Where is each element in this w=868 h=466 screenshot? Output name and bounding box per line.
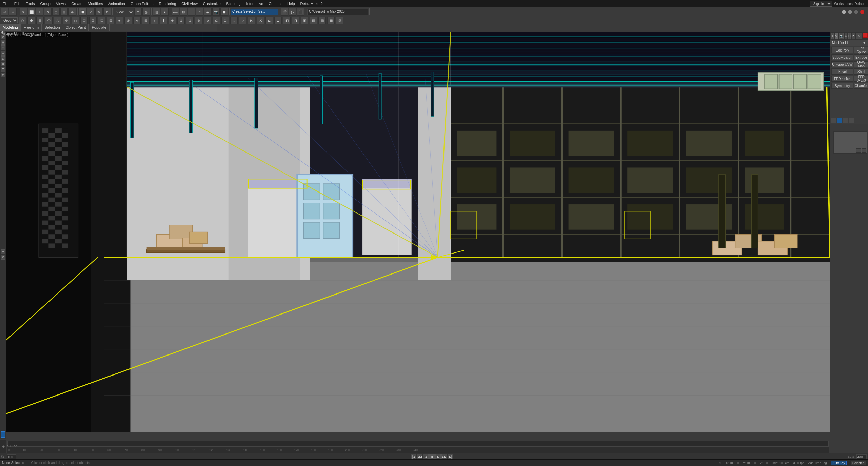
menu-create[interactable]: Create <box>68 1 85 6</box>
move-btn[interactable]: ✛ <box>36 8 43 16</box>
modifier-symmetry[interactable]: Symmetry <box>831 83 853 89</box>
menu-modifiers[interactable]: Modifiers <box>85 1 106 6</box>
modifier-panel-icon4[interactable] <box>849 118 854 123</box>
undo-btn[interactable]: ↩ <box>1 8 8 16</box>
vl-btn11[interactable]: ⊖ <box>1 255 5 260</box>
geo-btn17[interactable]: ⧫ <box>160 17 167 24</box>
modifier-edit-poly[interactable]: Edit Poly <box>831 47 853 53</box>
play-fwd-btn[interactable]: ▶ <box>435 454 441 460</box>
geo-btn31[interactable]: ◧ <box>283 17 291 24</box>
geo-btn5[interactable]: △ <box>54 17 61 24</box>
geo-btn13[interactable]: ⊛ <box>124 17 132 24</box>
placement-btn[interactable]: ⊕ <box>68 8 76 16</box>
geo-btn6[interactable]: ⊙ <box>63 17 70 24</box>
select-region-btn[interactable]: ⬜ <box>28 8 35 16</box>
geo-btn15[interactable]: ⊟ <box>142 17 150 24</box>
vl-btn10[interactable]: ⊕ <box>1 249 5 254</box>
sign-in-dropdown[interactable]: Sign In <box>810 1 832 7</box>
modifier-extrude[interactable]: Extrude <box>854 54 868 60</box>
modifier-panel-icon1[interactable] <box>831 118 836 123</box>
menu-debramaker2[interactable]: DebraMaker2 <box>298 1 326 6</box>
modeling-tab[interactable]: Modeling <box>0 24 21 31</box>
modifier-panel-icon3[interactable] <box>843 118 848 123</box>
freeform-tab[interactable]: Freeform <box>21 24 42 31</box>
play-fwd-fast-btn[interactable]: ▶▶ <box>441 454 447 460</box>
timeline-track[interactable] <box>7 441 829 447</box>
preview-btn2[interactable] <box>862 148 866 153</box>
menu-civil-view[interactable]: Civil View <box>179 1 200 6</box>
geo-btn12[interactable]: ◈ <box>116 17 123 24</box>
geo-btn37[interactable]: ▧ <box>336 17 343 24</box>
more-tab[interactable]: ... <box>110 24 118 31</box>
modifier-unwrap-uvw[interactable]: Unwrap UVW <box>831 61 853 67</box>
modifier-panel-icon2[interactable] <box>837 118 842 123</box>
modifier-uvw-map[interactable]: UVW Map <box>854 61 868 67</box>
redo-btn[interactable]: ↪ <box>9 8 17 16</box>
menu-rendering[interactable]: Rendering <box>156 1 179 6</box>
keyframe-next-btn[interactable]: ▶| <box>448 454 453 460</box>
spinner-snap-btn[interactable]: ⚙ <box>103 8 111 16</box>
geo-btn28[interactable]: ⋉ <box>257 17 264 24</box>
geo-btn26[interactable]: ⊃ <box>239 17 246 24</box>
layer-btn[interactable]: ▦ <box>153 8 160 16</box>
snap-btn[interactable]: ⊕ <box>2 445 5 448</box>
geo-btn25[interactable]: ⊂ <box>230 17 238 24</box>
align-view-btn[interactable]: 🔲 <box>220 8 228 16</box>
modifier-ffd-3x3[interactable]: FFD 3x3x3 <box>854 76 868 82</box>
viewport[interactable]: [+][Corner.003][Standard][Edged Faces] <box>6 32 830 432</box>
vl-btn8[interactable]: ☰ <box>1 67 5 72</box>
geo-btn14[interactable]: ≋ <box>133 17 141 24</box>
modifier-subdivision[interactable]: Subdividision <box>831 54 853 60</box>
add-time-tag[interactable]: Add Time Tag <box>808 461 827 465</box>
geo-btn36[interactable]: ▦ <box>327 17 335 24</box>
mirror-btn[interactable]: ⟺ <box>172 8 179 16</box>
pivot-btn[interactable]: ⊙ <box>134 8 142 16</box>
modifier-chamfer[interactable]: Chamfer <box>854 83 868 89</box>
geo-btn20[interactable]: ⊘ <box>186 17 194 24</box>
selection-tab[interactable]: Selection <box>42 24 63 31</box>
rp-icon-camera[interactable]: 📷 <box>839 33 844 39</box>
normal-align-btn[interactable]: ≡ <box>196 8 203 16</box>
auto-key-btn[interactable]: Auto Key <box>831 461 847 465</box>
rp-icon-square[interactable]: □ <box>848 33 851 39</box>
vl-btn4[interactable]: ≡ <box>1 45 5 50</box>
rp-icon-plus[interactable]: + <box>831 33 834 39</box>
populate-tab[interactable]: Populate <box>89 24 109 31</box>
geo-btn24[interactable]: ⊇ <box>221 17 229 24</box>
menu-views[interactable]: Views <box>53 1 68 6</box>
color-btn-3[interactable] <box>854 9 859 14</box>
play-prev-btn[interactable]: ◀◀ <box>417 454 422 460</box>
geo-btn8[interactable]: ☐ <box>80 17 88 24</box>
geo-btn16[interactable]: ⬦ <box>151 17 158 24</box>
render-frame-btn[interactable]: ⬛ <box>297 8 304 16</box>
place-highlight-btn[interactable]: ◈ <box>204 8 212 16</box>
menu-group[interactable]: Group <box>37 1 53 6</box>
rp-icon-circle[interactable]: ○ <box>845 33 847 39</box>
snaps-btn[interactable]: 🔲 <box>79 8 86 16</box>
menu-interactive[interactable]: Interactive <box>243 1 266 6</box>
stop-btn[interactable]: ■ <box>429 454 435 460</box>
geo-btn35[interactable]: ▥ <box>318 17 326 24</box>
select-btn[interactable]: ↖ <box>20 8 27 16</box>
geo-btn18[interactable]: ⊕ <box>169 17 176 24</box>
percent-snap-btn[interactable]: % <box>95 8 103 16</box>
geo-btn4[interactable]: ⬭ <box>45 17 53 24</box>
geo-btn22[interactable]: ⊎ <box>204 17 211 24</box>
menu-edit[interactable]: Edit <box>12 1 23 6</box>
quick-align-btn[interactable]: ☰ <box>188 8 195 16</box>
geo-btn3[interactable]: ⊞ <box>36 17 44 24</box>
menu-content[interactable]: Content <box>266 1 284 6</box>
menu-animation[interactable]: Animation <box>106 1 128 6</box>
play-back-btn[interactable]: ◀ <box>423 454 429 460</box>
geo-btn10[interactable]: ☑ <box>98 17 105 24</box>
modifier-list-arrow[interactable]: ▼ <box>863 41 866 45</box>
render-setup-btn[interactable]: 🎬 <box>281 8 288 16</box>
geo-btn23[interactable]: ⊆ <box>213 17 220 24</box>
use-pivot-btn[interactable]: ◎ <box>142 8 150 16</box>
angle-snap-btn[interactable]: ∠ <box>87 8 95 16</box>
geo-btn29[interactable]: ⊏ <box>265 17 273 24</box>
modifier-bevel[interactable]: Bevel <box>831 68 853 75</box>
menu-file[interactable]: File <box>0 1 12 6</box>
selected-btn[interactable]: Selected <box>851 461 866 465</box>
named-selection-btn[interactable]: ♦ <box>161 8 169 16</box>
